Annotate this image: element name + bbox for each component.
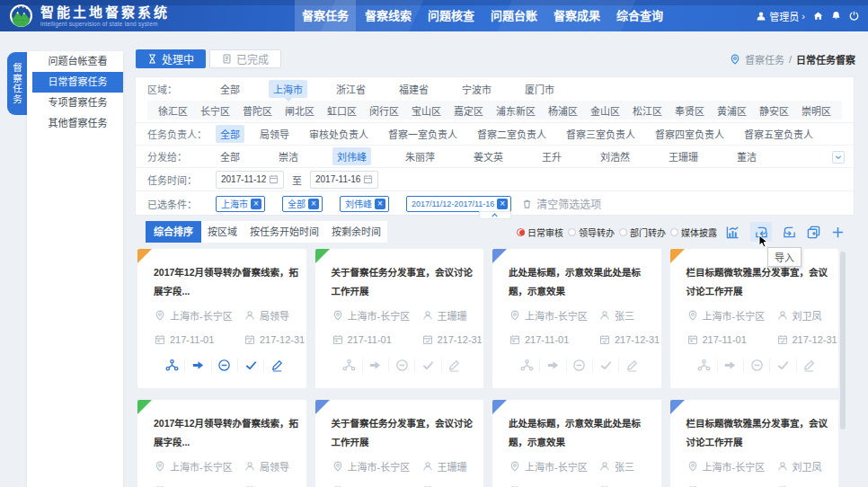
district-option[interactable]: 虹口区	[327, 103, 357, 118]
task-card[interactable]: 2017年12月领导转办督察线索，拓展字段... 上海市-长宁区 局领导 217…	[137, 400, 306, 487]
suspend-action-icon[interactable]	[211, 359, 237, 372]
tab-processing[interactable]: 处理中	[136, 49, 206, 68]
district-option[interactable]: 徐汇区	[158, 103, 188, 118]
suspend-action-icon[interactable]	[566, 359, 592, 372]
owner-option[interactable]: 督察二室负责人	[473, 125, 551, 143]
complete-action-icon[interactable]	[414, 359, 440, 372]
owner-option[interactable]: 督察四室负责人	[651, 125, 729, 143]
distribute-action-icon[interactable]	[514, 359, 539, 372]
task-card[interactable]: 此处是标题，示意效果此处是标题，示意效果 上海市-长宁区 张三 217-11-0…	[492, 249, 661, 388]
nav-item[interactable]: 问题台账	[483, 0, 545, 31]
task-card[interactable]: 2017年12月领导转办督察线索，拓展字段... 上海市-长宁区 局领导 217…	[137, 249, 306, 388]
distribute-action-icon[interactable]	[337, 359, 362, 372]
tag-close-icon[interactable]: ×	[251, 199, 261, 209]
suspend-action-icon[interactable]	[743, 359, 769, 372]
assignee-option[interactable]: 刘浩然	[596, 147, 634, 165]
nav-item[interactable]: 督察成果	[546, 0, 607, 31]
tag-close-icon[interactable]: ×	[308, 199, 319, 209]
logout-icon[interactable]	[849, 11, 859, 21]
complete-action-icon[interactable]	[769, 359, 795, 372]
sidebar-item[interactable]: 专项督察任务	[32, 93, 123, 113]
district-option[interactable]: 长宁区	[200, 103, 230, 118]
owner-option[interactable]: 督察一室负责人	[384, 125, 462, 143]
owner-option[interactable]: 督察三室负责人	[562, 125, 640, 143]
home-icon[interactable]	[813, 11, 823, 21]
assignee-option[interactable]: 王升	[537, 147, 566, 165]
assignee-option[interactable]: 崇洁	[274, 147, 303, 165]
forward-action-icon[interactable]	[539, 359, 565, 372]
stats-button[interactable]	[726, 226, 740, 239]
sort-tab[interactable]: 综合排序	[146, 221, 201, 243]
sort-tab[interactable]: 按区域	[201, 221, 244, 243]
district-option[interactable]: 奉贤区	[675, 103, 704, 118]
edit-action-icon[interactable]	[796, 359, 822, 372]
nav-item[interactable]: 综合查询	[609, 0, 670, 31]
owner-option[interactable]: 局领导	[255, 125, 294, 143]
district-option[interactable]: 静安区	[759, 103, 789, 118]
type-radio[interactable]: 领导转办	[568, 226, 615, 239]
sidebar-item[interactable]: 问题台帐查看	[32, 51, 123, 72]
collapse-filters-handle[interactable]	[479, 211, 511, 219]
assignee-option[interactable]: 刘伟峰	[332, 147, 371, 165]
task-card[interactable]: 关于督察任务分发事宜，会议讨论工作开展 上海市-长宁区 王珊珊 217-11-0…	[315, 249, 484, 388]
district-option[interactable]: 闵行区	[369, 103, 399, 118]
district-option[interactable]: 崇明区	[802, 103, 831, 118]
type-radio[interactable]: 媒体披露	[670, 226, 717, 239]
edit-action-icon[interactable]	[441, 359, 467, 372]
region-option[interactable]: 浙江省	[332, 80, 370, 98]
assignee-option[interactable]: 全部	[216, 147, 244, 165]
export-button[interactable]	[783, 226, 796, 239]
assignee-option[interactable]: 朱丽萍	[401, 147, 439, 165]
assignee-expand-button[interactable]	[832, 151, 845, 164]
add-button[interactable]	[831, 226, 845, 239]
owner-option[interactable]: 审核处负责人	[305, 125, 373, 143]
clear-filters-button[interactable]: 清空筛选选项	[522, 196, 601, 211]
forward-action-icon[interactable]	[184, 359, 210, 372]
nav-item[interactable]: 问题核查	[421, 0, 482, 31]
region-option[interactable]: 全部	[216, 80, 244, 98]
owner-option[interactable]: 督察五室负责人	[740, 125, 818, 143]
tag-close-icon[interactable]: ×	[375, 199, 385, 209]
complete-action-icon[interactable]	[592, 359, 618, 372]
district-option[interactable]: 杨浦区	[548, 103, 578, 118]
task-card[interactable]: 栏目标题微软雅黑分发事宜，会议讨论工作开展 上海市-长宁区 刘卫凤 217-11…	[670, 249, 839, 388]
distribute-action-icon[interactable]	[692, 359, 717, 372]
region-option[interactable]: 宁波市	[457, 80, 496, 98]
bell-icon[interactable]	[831, 11, 841, 21]
breadcrumb-root[interactable]: 督察任务	[745, 52, 784, 66]
district-option[interactable]: 金山区	[590, 103, 620, 118]
region-option[interactable]: 上海市	[269, 80, 307, 98]
sidebar-item[interactable]: 日常督察任务	[32, 72, 123, 93]
nav-item[interactable]: 督察任务	[295, 0, 356, 31]
sort-tab[interactable]: 按剩余时间	[325, 221, 387, 243]
district-option[interactable]: 嘉定区	[454, 103, 483, 118]
district-option[interactable]: 松江区	[633, 103, 662, 118]
region-option[interactable]: 厦门市	[520, 80, 559, 98]
complete-action-icon[interactable]	[237, 359, 263, 372]
type-radio[interactable]: 日常审核	[517, 226, 563, 239]
region-option[interactable]: 福建省	[394, 80, 433, 98]
owner-option[interactable]: 全部	[216, 125, 244, 143]
tab-completed[interactable]: 已完成	[209, 49, 281, 68]
assignee-option[interactable]: 姜文英	[469, 147, 508, 165]
district-option[interactable]: 浦东新区	[496, 103, 536, 118]
task-card[interactable]: 栏目标题微软雅黑分发事宜，会议讨论工作开展 上海市-长宁区 刘卫凤 217-11…	[670, 400, 839, 487]
forward-action-icon[interactable]	[717, 359, 743, 372]
user-menu[interactable]: 管理员 ›	[756, 9, 805, 23]
assignee-option[interactable]: 王珊珊	[664, 147, 703, 165]
type-radio[interactable]: 部门转办	[619, 226, 666, 239]
nav-item[interactable]: 督察线索	[358, 0, 419, 31]
tag-close-icon[interactable]: ×	[497, 199, 508, 209]
task-card[interactable]: 关于督察任务分发事宜，会议讨论工作开展 上海市-长宁区 王珊珊 217-11-0…	[315, 400, 484, 487]
edit-action-icon[interactable]	[263, 359, 289, 372]
task-card[interactable]: 此处是标题，示意效果此处是标题，示意效果 上海市-长宁区 张三 217-11-0…	[492, 400, 661, 487]
copy-button[interactable]	[807, 226, 820, 239]
district-option[interactable]: 普陀区	[243, 103, 272, 118]
district-option[interactable]: 宝山区	[412, 103, 441, 118]
date-to-input[interactable]: 2017-11-16	[310, 171, 378, 189]
sort-tab[interactable]: 按任务开始时间	[244, 221, 325, 243]
district-option[interactable]: 黄浦区	[717, 103, 747, 118]
date-from-input[interactable]: 2017-11-12	[216, 171, 284, 189]
distribute-action-icon[interactable]	[159, 359, 184, 372]
edit-action-icon[interactable]	[618, 359, 644, 372]
